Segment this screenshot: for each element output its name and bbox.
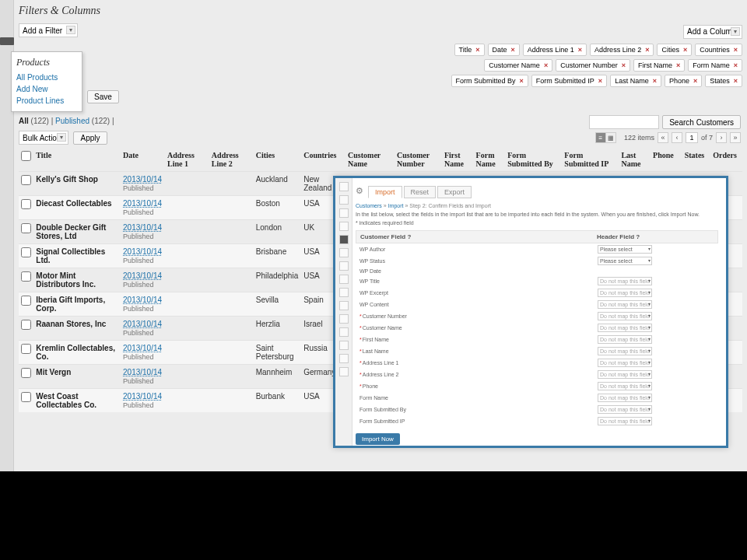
tool-icon[interactable] xyxy=(339,275,349,284)
mapping-select[interactable]: Do not map this field xyxy=(598,277,652,285)
chip-remove-icon[interactable]: × xyxy=(520,77,524,85)
tab-export[interactable]: Export xyxy=(437,186,472,198)
column-chip[interactable]: Customer Number× xyxy=(556,59,630,72)
row-checkbox[interactable] xyxy=(21,344,31,354)
row-title[interactable]: Double Decker Gift Stores, Ltd xyxy=(36,223,106,240)
pager-page-input[interactable] xyxy=(686,132,698,143)
row-title[interactable]: Kremlin Collectables, Co. xyxy=(36,344,115,361)
row-date[interactable]: 2013/10/14 xyxy=(123,368,163,376)
column-chip[interactable]: Address Line 2× xyxy=(590,44,654,56)
bulk-actions-select[interactable]: Bulk Actions xyxy=(19,131,68,145)
row-date[interactable]: 2013/10/14 xyxy=(123,175,163,184)
column-chip[interactable]: Address Line 1× xyxy=(523,44,587,56)
row-title[interactable]: Raanan Stores, Inc xyxy=(36,320,106,328)
chip-remove-icon[interactable]: × xyxy=(622,61,626,69)
row-checkbox[interactable] xyxy=(21,271,31,282)
row-title[interactable]: Motor Mint Distributors Inc. xyxy=(36,271,96,289)
column-chip[interactable]: Countries× xyxy=(695,44,742,56)
row-checkbox[interactable] xyxy=(21,392,31,402)
column-header[interactable]: Cities xyxy=(254,148,301,172)
row-title[interactable]: West Coast Collectables Co. xyxy=(36,392,96,409)
view-mode-grid-icon[interactable]: ▦ xyxy=(605,132,616,143)
products-menu-item[interactable]: Product Lines xyxy=(16,95,77,107)
search-input[interactable] xyxy=(589,115,659,129)
chip-remove-icon[interactable]: × xyxy=(511,46,515,54)
column-chip[interactable]: Cities× xyxy=(657,44,692,56)
chip-remove-icon[interactable]: × xyxy=(544,61,548,69)
mapping-select[interactable]: Do not map this field xyxy=(598,347,652,355)
mapping-select[interactable]: Do not map this field xyxy=(598,370,652,379)
mapping-select[interactable]: Do not map this field xyxy=(598,300,652,309)
import-now-button[interactable]: Import Now xyxy=(356,433,400,445)
column-chip[interactable]: Form Submitted IP× xyxy=(531,75,607,87)
chip-remove-icon[interactable]: × xyxy=(676,61,680,69)
mapping-select[interactable]: Do not map this field xyxy=(598,324,652,332)
tab-import[interactable]: Import xyxy=(368,186,402,198)
row-date[interactable]: 2013/10/14 xyxy=(123,392,163,401)
tool-icon[interactable] xyxy=(339,341,349,350)
column-chip[interactable]: Last Name× xyxy=(610,75,661,87)
chip-remove-icon[interactable]: × xyxy=(598,77,602,85)
row-date[interactable]: 2013/10/14 xyxy=(123,344,163,352)
column-chip[interactable]: Title× xyxy=(454,44,485,56)
mapping-select[interactable]: Do not map this field xyxy=(598,382,652,390)
row-date[interactable]: 2013/10/14 xyxy=(123,296,163,304)
tool-icon[interactable] xyxy=(339,327,349,337)
tool-icon[interactable] xyxy=(339,182,349,191)
row-checkbox[interactable] xyxy=(21,223,31,233)
row-checkbox[interactable] xyxy=(21,320,31,330)
mapping-select[interactable]: Please select xyxy=(598,245,652,254)
add-filter-select[interactable]: Add a Filter xyxy=(19,23,78,37)
mapping-select[interactable]: Do not map this field xyxy=(598,335,652,344)
row-title[interactable]: Mit Vergn xyxy=(36,368,71,376)
row-date[interactable]: 2013/10/14 xyxy=(123,223,163,232)
column-header[interactable]: Form Submitted IP xyxy=(562,148,619,172)
tool-icon[interactable] xyxy=(339,354,349,363)
row-checkbox[interactable] xyxy=(21,175,31,185)
column-chip[interactable]: States× xyxy=(705,75,742,87)
products-menu-item[interactable]: All Products xyxy=(16,72,77,83)
search-customers-button[interactable]: Search Customers xyxy=(662,115,741,129)
tool-icon[interactable] xyxy=(339,367,349,376)
save-button[interactable]: Save xyxy=(87,90,119,103)
tool-icon[interactable] xyxy=(339,208,349,218)
column-header[interactable]: Address Line 2 xyxy=(209,148,254,172)
chip-remove-icon[interactable]: × xyxy=(645,46,649,54)
tool-icon[interactable] xyxy=(339,235,349,244)
products-menu-item[interactable]: Add New xyxy=(16,83,77,95)
pager-next-button[interactable]: › xyxy=(716,132,727,143)
tool-icon[interactable] xyxy=(339,195,349,205)
row-checkbox[interactable] xyxy=(21,247,31,257)
column-header[interactable]: Address Line 1 xyxy=(165,148,209,172)
chip-remove-icon[interactable]: × xyxy=(734,46,738,54)
column-header[interactable]: Date xyxy=(121,148,165,172)
mapping-select[interactable]: Do not map this field xyxy=(598,405,652,414)
column-header[interactable]: Customer Name xyxy=(345,148,395,172)
column-header[interactable]: Countries xyxy=(301,148,345,172)
chip-remove-icon[interactable]: × xyxy=(734,77,738,85)
chip-remove-icon[interactable]: × xyxy=(734,61,738,69)
view-mode-list-icon[interactable]: ≡ xyxy=(595,132,606,143)
chip-remove-icon[interactable]: × xyxy=(653,77,657,85)
pager-first-button[interactable]: « xyxy=(658,132,668,143)
row-title[interactable]: Diecast Collectables xyxy=(36,199,111,208)
column-header[interactable]: First Name xyxy=(442,148,474,172)
column-chip[interactable]: Date× xyxy=(488,44,520,56)
row-title[interactable]: Kelly's Gift Shop xyxy=(36,175,98,184)
column-chip[interactable]: Form Name× xyxy=(688,59,742,72)
tool-icon[interactable] xyxy=(339,288,349,297)
mapping-select[interactable]: Do not map this field xyxy=(598,312,652,320)
column-header[interactable]: Form Submitted By xyxy=(505,148,562,172)
row-date[interactable]: 2013/10/14 xyxy=(123,271,163,280)
row-checkbox[interactable] xyxy=(21,368,31,378)
mapping-select[interactable]: Do not map this field xyxy=(598,289,652,297)
add-column-select[interactable]: Add a Column xyxy=(683,25,742,39)
pager-prev-button[interactable]: ‹ xyxy=(672,132,682,143)
column-header[interactable]: Orders xyxy=(710,148,742,172)
mapping-select[interactable]: Do not map this field xyxy=(598,394,652,402)
tab-reset[interactable]: Reset xyxy=(404,186,437,198)
row-title[interactable]: Iberia Gift Imports, Corp. xyxy=(36,296,105,313)
row-date[interactable]: 2013/10/14 xyxy=(123,320,163,328)
pager-last-button[interactable]: » xyxy=(730,132,741,143)
column-header[interactable]: Title xyxy=(33,148,121,172)
